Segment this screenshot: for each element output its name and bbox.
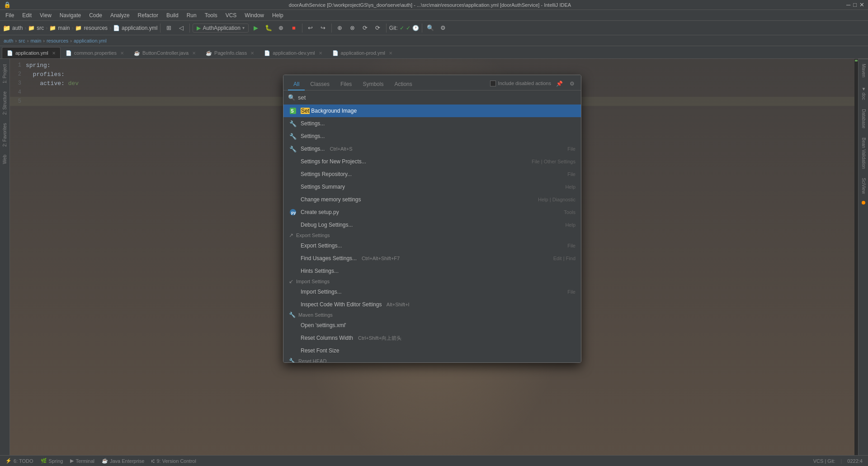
toolbar-redo[interactable]: ↪ [318,23,329,33]
search-everywhere-btn[interactable]: 🔍 [425,23,436,33]
tab-close-app-dev[interactable]: ✕ [319,51,322,56]
toolbar-btn-2[interactable]: ◁ [176,23,187,33]
result-settings-1[interactable]: 🔧 Settings... [283,117,581,130]
svg-text:S: S [291,109,294,114]
tab-close-page-info[interactable]: ✕ [250,51,254,56]
minimize-button[interactable]: ─ [846,1,850,8]
menu-vcs[interactable]: VCS [222,11,241,19]
status-java-enterprise[interactable]: ☕ Java Enterprise [100,458,146,464]
left-tab-project[interactable]: 1: Project [1,61,9,87]
menu-help[interactable]: Help [269,11,287,19]
title-text: doorAuthService [D:\workprojectGS\ys_doo… [14,2,846,8]
result-hints-settings[interactable]: Hints Settings... [283,265,581,277]
left-tab-structure[interactable]: 2: Structure [1,88,9,119]
result-category-debug-log: Help [565,222,576,228]
tab-close-app-prod[interactable]: ✕ [389,51,392,56]
tab-close-common-properties[interactable]: ✕ [120,51,124,56]
tab-button-controller[interactable]: ☕ ButtonController.java ✕ [129,47,201,58]
right-tab-doc[interactable]: ▼ doc [859,82,868,105]
menu-file[interactable]: File [2,11,18,19]
right-tab-maven[interactable]: Maven [859,59,868,82]
tab-app-prod[interactable]: 📄 application-prod.yml ✕ [327,47,397,58]
result-settings-summary[interactable]: Settings Summary Help [283,181,581,193]
popup-tab-classes[interactable]: Classes [305,79,335,90]
status-line-col[interactable]: 0222:4 [845,458,864,464]
editor-area[interactable]: 1 spring: 2 profiles: 3 active: dev 4 5 [10,59,854,455]
bc-item-src[interactable]: src [19,38,25,43]
status-vcs-git[interactable]: VCS | Git: [811,458,837,464]
stop-button[interactable]: ■ [288,23,299,33]
right-tab-bean-validation[interactable]: Bean Validation [859,133,868,173]
popup-filter-icon[interactable]: ⚙ [567,79,576,88]
result-icon-python: py [289,208,297,216]
menu-window[interactable]: Window [241,11,268,19]
result-create-setup[interactable]: py Create setup.py Tools [283,206,581,219]
status-version-control[interactable]: ⑆ 9: Version Control [150,458,198,464]
result-export-settings[interactable]: Export Settings... File [283,239,581,252]
result-reset-font[interactable]: Reset Font Size [283,344,581,357]
run-with-coverage[interactable]: ⊕ [276,23,287,33]
result-change-memory[interactable]: Change memory settings Help | Diagnostic [283,193,581,206]
tab-close-application-yml[interactable]: ✕ [52,51,56,56]
status-spring[interactable]: 🌿 Spring [39,458,65,464]
menu-code[interactable]: Code [85,11,106,19]
result-find-usages[interactable]: Find Usages Settings... Ctrl+Alt+Shift+F… [283,252,581,265]
toolbar-more1[interactable]: ⊕ [335,23,345,33]
result-inspect-code[interactable]: Inspect Code With Editor Settings Alt+Sh… [283,298,581,311]
toolbar-more2[interactable]: ⊗ [347,23,358,33]
run-config-dropdown[interactable]: ▶ AuthApplication ▾ [193,24,248,33]
maximize-button[interactable]: □ [853,1,857,8]
menu-view[interactable]: View [36,11,55,19]
menu-edit[interactable]: Edit [19,11,35,19]
right-tab-sciview[interactable]: SciView [859,173,868,198]
bc-item-main[interactable]: main [30,38,41,43]
result-settings-2[interactable]: 🔧 Settings... [283,130,581,143]
bc-item-resources[interactable]: resources [47,38,68,43]
bc-item-file[interactable]: application.yml [74,38,107,43]
status-todo[interactable]: ⚡ 6: TODO [4,458,35,464]
result-settings-new-projects[interactable]: Settings for New Projects... File | Othe… [283,155,581,168]
tab-common-properties[interactable]: 📄 common.properties ✕ [61,47,129,58]
menu-refactor[interactable]: Refactor [134,11,162,19]
menu-run[interactable]: Run [183,11,200,19]
popup-tab-all[interactable]: All [288,79,305,90]
tab-app-dev[interactable]: 📄 application-dev.yml ✕ [259,47,327,58]
menu-tools[interactable]: Tools [201,11,221,19]
tab-page-info[interactable]: ☕ PageInfo.class ✕ [201,47,259,58]
left-tab-favorites[interactable]: 2: Favorites [1,119,9,150]
result-reset-columns[interactable]: Reset Columns Width Ctrl+Shift+向上箭头 [283,332,581,344]
menu-navigate[interactable]: Navigate [56,11,85,19]
include-disabled-option[interactable]: Include disabled actions [490,81,551,89]
run-button[interactable]: ▶ [250,23,261,33]
menu-build[interactable]: Build [163,11,182,19]
result-set-background-image[interactable]: S Set Background Image [283,105,581,117]
toolbar-more3[interactable]: ⟳ [360,23,371,33]
toolbar-btn-1[interactable]: ⊞ [163,23,174,33]
result-debug-log[interactable]: Debug Log Settings... Help [283,219,581,231]
popup-tab-symbols[interactable]: Symbols [357,79,389,90]
git-clock[interactable]: 🕐 [412,25,419,31]
git-check1[interactable]: ✓ [400,25,404,31]
right-tab-database[interactable]: Database [859,105,868,133]
debug-button[interactable]: 🐛 [263,23,274,33]
popup-tab-actions[interactable]: Actions [389,79,417,90]
result-settings-repository[interactable]: Settings Repository... File [283,168,581,181]
status-terminal[interactable]: ▶ Terminal [68,458,96,464]
result-open-settings-xml[interactable]: Open 'settings.xml' [283,319,581,332]
search-input[interactable] [298,94,576,101]
close-button[interactable]: ✕ [859,1,864,8]
result-import-settings[interactable]: Import Settings... File [283,285,581,298]
tab-application-yml[interactable]: 📄 application.yml ✕ [2,47,61,58]
include-disabled-checkbox[interactable] [490,81,496,86]
menu-analyze[interactable]: Analyze [107,11,133,19]
toolbar-undo[interactable]: ↩ [305,23,316,33]
left-tab-web[interactable]: Web [1,151,9,167]
result-settings-3[interactable]: 🔧 Settings... Ctrl+Alt+S File [283,143,581,155]
settings-btn[interactable]: ⚙ [438,23,448,33]
toolbar-more4[interactable]: ⟳ [373,23,383,33]
popup-pin-icon[interactable]: 📌 [555,79,564,88]
popup-tab-files[interactable]: Files [335,79,357,90]
tab-close-button-controller[interactable]: ✕ [192,51,196,56]
git-check2[interactable]: ✓ [406,25,410,31]
bc-item-auth[interactable]: auth [4,38,13,43]
